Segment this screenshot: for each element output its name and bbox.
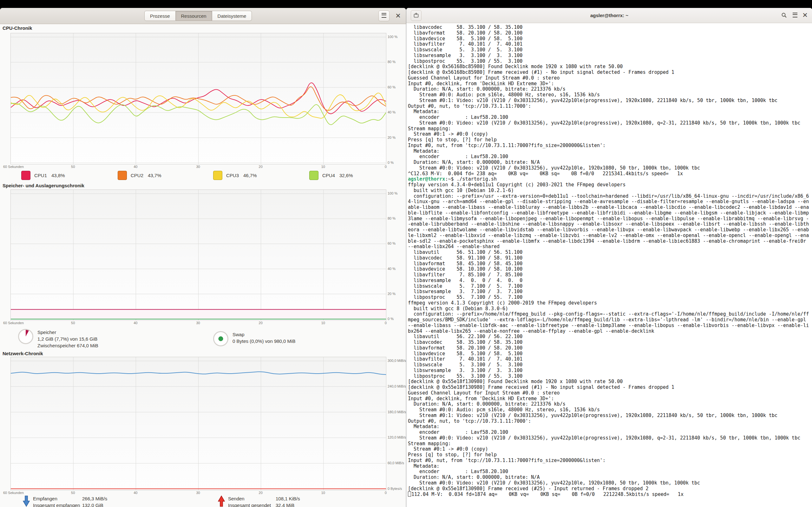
new-tab-button[interactable] (411, 10, 421, 21)
axis-tick-label: 20 (259, 321, 263, 325)
terminal-output[interactable]: libavcodec 58. 35.100 / 58. 35.100 libav… (406, 23, 812, 507)
axis-tick-label: 60 % (388, 85, 396, 89)
cpu-section-title: CPU-Chronik (3, 25, 32, 31)
terminal-line: encoder : Lavf58.20.100 (408, 115, 812, 120)
axis-tick-label: 50 (71, 165, 75, 169)
terminal-line: --enable-libass --enable-libfdk-aac --en… (408, 323, 812, 329)
cpu1-color-swatch (21, 171, 31, 180)
cpu2-value: 43,7% (148, 173, 161, 178)
cpu2-color-swatch (118, 171, 127, 180)
terminal-menu-button[interactable] (790, 10, 800, 21)
terminal-line: [decklink @ 0x55e18f130980] Frame receiv… (408, 486, 812, 492)
primary-menu-button[interactable] (378, 10, 390, 21)
terminal-line: Stream #0:0: Audio: pcm_s16le, 48000 Hz,… (408, 92, 812, 98)
terminal-window: agsler@thorrx: ~ ✕ libavcodec 58. 35.100… (406, 8, 812, 507)
memory-cache-value: Zwischenspeicher 674,0 MiB (38, 342, 98, 349)
terminal-line: Duration: N/A, start: 0.000000, bitrate:… (408, 475, 812, 481)
terminal-line: configuration: --prefix=/home/nle/ffmpeg… (408, 312, 812, 317)
system-monitor-headerbar: Prozesse Ressourcen Dateisysteme ✕ (0, 8, 406, 24)
terminal-line: --enable-libx264 --enable-shared (408, 244, 812, 250)
axis-tick-label: 40 (134, 491, 137, 495)
download-arrow-icon (23, 495, 30, 507)
terminal-line: built with gcc 10 (Debian 10.2.1-6) (408, 188, 812, 193)
receive-label: Empfangen (33, 495, 82, 502)
terminal-line: Stream #0:0: Video: v210 (V210 / 0x30313… (408, 481, 812, 486)
terminal-line: Stream #0:0: Video: v210 (V210 / 0x30313… (408, 120, 812, 126)
axis-tick-label: 40 % (388, 267, 396, 271)
axis-tick-label: 240,0 MiB/s (388, 384, 406, 388)
axis-tick-label: 0 % (388, 161, 394, 164)
axis-tick-label: 60 Sekunden (3, 165, 24, 169)
terminal-line: libswscale 5. 3.100 / 5. 3.100 (408, 47, 812, 53)
axis-tick-label: 80 % (388, 60, 396, 64)
terminal-line: [decklink @ 0x56168bc85980] Frame receiv… (408, 70, 812, 75)
window-close-button[interactable]: ✕ (393, 11, 403, 20)
terminal-line: libswresample 3. 3.100 / 3. 3.100 (408, 368, 812, 374)
terminal-line: Input #0, nut, from 'tcp://10.73.1.11:70… (408, 458, 812, 464)
terminal-line: Metadata: (408, 424, 812, 430)
axis-tick-label: 40 % (388, 110, 396, 114)
axis-tick-label: 10 (321, 165, 325, 169)
send-label: Senden (228, 495, 275, 502)
tab-dateisysteme[interactable]: Dateisysteme (212, 11, 252, 21)
axis-tick-label: 100 % (388, 35, 397, 39)
terminal-close-button[interactable]: ✕ (800, 10, 810, 20)
search-button[interactable] (779, 10, 790, 21)
axis-tick-label: 0 (385, 165, 387, 169)
terminal-line: ffmpeg version 4.1.3 Copyright (c) 2000-… (408, 300, 812, 306)
terminal-line: Duration: N/A, start: 0.000000, bitrate:… (408, 160, 812, 165)
terminal-line: Stream #0:1: Video: v210 (V210 / 0x30313… (408, 413, 812, 418)
terminal-line: libpostproc 55. 7.100 / 55. 7.100 (408, 295, 812, 300)
swap-usage-gauge (213, 331, 229, 346)
hamburger-menu-icon (793, 13, 798, 17)
axis-tick-label: 30 (196, 321, 200, 325)
axis-tick-label: 100 % (388, 191, 397, 195)
axis-tick-label: 20 % (388, 292, 396, 296)
memory-legend-item: Speicher 1,2 GiB (7,7%) von 15,6 GiB Zwi… (18, 329, 98, 349)
terminal-line: Duration: N/A, start: 0.000000, bitrate:… (408, 401, 812, 407)
new-tab-icon (413, 12, 419, 18)
terminal-line: 4-linux-gnu --arch=amd64 --enable-gpl --… (408, 199, 812, 205)
tab-ressourcen[interactable]: Ressourcen (176, 11, 212, 21)
terminal-line: Metadata: (408, 149, 812, 154)
terminal-line: built with gcc 8 (Debian 8.3.0-6) (408, 306, 812, 312)
network-chart (10, 357, 386, 491)
network-send-legend-text: Senden 108,1 KiB/s Insgesamt gesendet 32… (228, 495, 300, 507)
terminal-line: libavformat 58. 45.100 / 58. 45.100 (408, 261, 812, 267)
close-icon: ✕ (395, 12, 401, 19)
memory-legend-title: Speicher (38, 329, 98, 336)
terminal-line: libswresample 3. 7.100 / 3. 7.100 (408, 289, 812, 295)
terminal-line: Stream #0:0: Video: v210 (V210 / 0x30313… (408, 165, 812, 171)
terminal-line: 112.04 M-V: 0.034 fd=1874 aq= 0KB vq= 0K… (408, 492, 812, 497)
axis-tick-label: 20 (259, 165, 263, 169)
terminal-line: [decklink @ 0x55e18f130980] Frame receiv… (408, 385, 812, 390)
terminal-line: Input #0, decklink, from 'DeckLink HD Ex… (408, 396, 812, 402)
cpu3-legend-item: CPU3 46,7% (213, 171, 261, 180)
view-switcher: Prozesse Ressourcen Dateisysteme (144, 11, 252, 21)
axis-tick-label: 180,0 MiB/s (388, 410, 406, 414)
terminal-line: libavdevice 58. 5.100 / 58. 5.100 (408, 36, 812, 42)
terminal-line: [decklink @ 0x55e18f130980] Found Deckli… (408, 379, 812, 385)
swap-gauge-dot (218, 337, 223, 341)
axis-tick-label: 40 (134, 321, 137, 325)
memory-section-title: Speicher- und Auslagerungschronik (3, 183, 84, 188)
cpu-chart-canvas (11, 33, 386, 164)
cpu-x-axis: 60 Sekunden50403020100 (3, 165, 389, 169)
memory-chart (10, 189, 386, 321)
axis-tick-label: 20 % (388, 135, 396, 139)
terminal-line: Metadata: (408, 109, 812, 115)
terminal-line: libswscale 5. 3.100 / 5. 3.100 (408, 362, 812, 368)
cpu4-label: CPU4 (322, 173, 335, 178)
terminal-line: Stream mapping: (408, 441, 812, 447)
axis-tick-label: 60 Sekunden (3, 491, 24, 495)
network-x-axis: 60 Sekunden50403020100 (3, 491, 389, 495)
system-monitor-window: Prozesse Ressourcen Dateisysteme ✕ CPU-C… (0, 8, 406, 507)
axis-tick-label: 60,0 MiB/s (388, 461, 404, 465)
tab-prozesse[interactable]: Prozesse (144, 11, 176, 21)
axis-tick-label: 0 Bytes/s (388, 487, 402, 491)
cpu4-value: 32,6% (339, 173, 353, 178)
cpu-chart (10, 33, 386, 164)
terminal-line: Output #0, nut, to 'tcp://10.73.1.11:700… (408, 418, 812, 424)
terminal-line: libavdevice 58. 5.100 / 58. 5.100 (408, 351, 812, 357)
terminal-line: Output #0, nut, to 'tcp://10.73.1.11:700… (408, 104, 812, 109)
